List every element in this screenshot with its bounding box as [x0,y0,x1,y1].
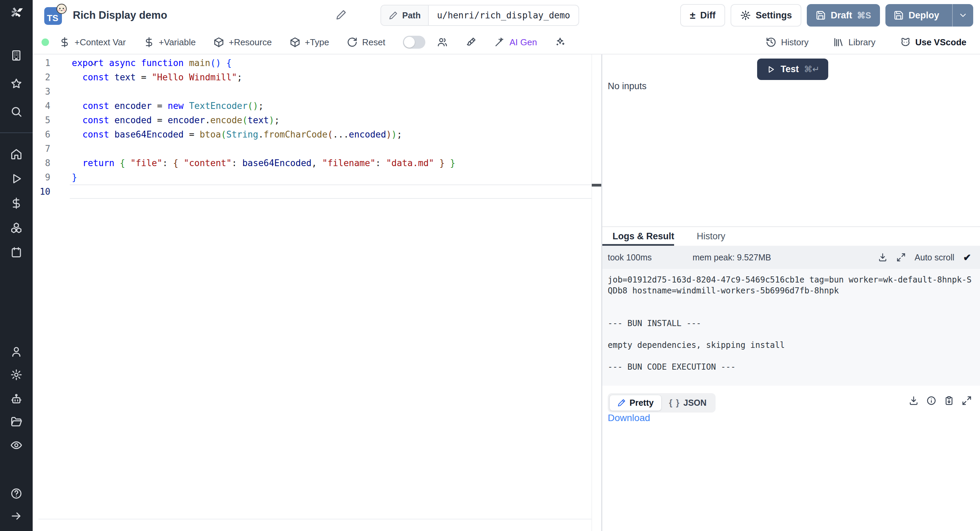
search-icon[interactable] [10,105,22,119]
pretty-toggle[interactable]: Pretty [609,395,662,411]
code-line[interactable]: const text = "Hello Windmill"; [72,70,590,85]
diff-mode-toggle[interactable] [403,36,425,49]
settings-button[interactable]: Settings [730,4,802,27]
robot-icon[interactable] [10,393,22,407]
ai-gen-button[interactable]: AI Gen [494,37,537,48]
diff-button[interactable]: ± Diff [680,4,725,27]
add-context-var-button[interactable]: +Context Var [59,37,126,48]
pencil-icon [388,11,398,20]
info-icon[interactable] [926,395,937,406]
app-sidebar [0,0,33,531]
path-field[interactable]: Path u/henri/rich_display_demo [380,5,579,26]
play-icon [766,65,775,74]
path-value: u/henri/rich_display_demo [429,5,578,25]
code-line[interactable]: const base64Encoded = btoa(String.fromCh… [72,127,590,142]
code-line[interactable] [72,185,590,199]
run-panel: Test ⌘↵ No inputs Logs & Result History … [602,54,980,531]
dollar-icon [59,37,70,48]
expand-result-icon[interactable] [962,395,972,406]
deploy-button[interactable]: Deploy [885,4,973,27]
code-editor[interactable]: 12345678910 export async function main()… [33,54,601,531]
arrow-right-icon[interactable] [10,510,22,523]
home-icon[interactable] [10,148,22,162]
code-line[interactable]: const encoder = new TextEncoder(); [72,99,590,113]
gear-icon [740,10,751,21]
building-icon[interactable] [10,49,22,63]
save-icon [894,10,904,21]
code-lines[interactable]: export async function main() { const tex… [72,56,590,199]
refresh-icon [347,37,358,48]
tab-logs-result[interactable]: Logs & Result [612,231,675,242]
editor-scrollbar-line [38,519,592,520]
json-toggle[interactable]: { } JSON [662,395,714,410]
download-logs-icon[interactable] [878,253,888,262]
mem-peak-label: mem peak: 9.527MB [692,253,771,262]
gear-icon[interactable] [10,368,22,382]
run-stats-bar: took 100ms mem peak: 9.527MB Auto scroll… [602,246,980,269]
line-number: 9 [33,170,50,185]
tab-history[interactable]: History [697,231,725,242]
result-view-switch: Pretty { } JSON [608,393,716,413]
expand-logs-icon[interactable] [896,253,906,262]
windmill-logo-icon[interactable] [8,5,24,21]
chevron-down-icon [958,11,968,20]
add-variable-button[interactable]: +Variable [143,37,196,48]
header-actions: ± Diff Settings Draft ⌘S Deploy [680,4,973,27]
copy-clipboard-icon[interactable] [944,395,954,406]
code-line[interactable]: const encoded = encoder.encode(text); [72,113,590,127]
test-button[interactable]: Test ⌘↵ [757,59,828,80]
multiplayer-users-icon[interactable] [437,37,448,48]
duration-label: took 100ms [608,253,652,262]
library-button[interactable]: Library [833,37,875,48]
test-shortcut: ⌘↵ [804,64,820,74]
bun-emoji-icon [56,3,67,14]
sidebar-divider [0,132,33,133]
logs-output: job=01912d75-163d-8204-47c9-5469c516cb1e… [602,269,980,386]
code-line[interactable]: return { "file": { "content": base64Enco… [72,156,590,170]
add-type-button[interactable]: +Type [290,37,329,48]
status-green-dot [41,38,49,46]
history-button[interactable]: History [765,37,808,48]
code-line[interactable] [72,142,590,156]
result-tabs: Logs & Result History [602,227,980,246]
script-language-badge: TS [44,5,67,27]
user-icon[interactable] [10,346,22,359]
package-icon [290,37,301,48]
overview-ruler [592,54,592,531]
line-number: 10 [33,185,50,199]
download-result-link[interactable]: Download [608,413,650,423]
cat-icon [900,37,911,48]
path-label: Path [402,11,421,21]
code-line[interactable]: export async function main() { [72,56,590,70]
help-icon[interactable] [10,488,22,501]
format-brush-icon[interactable] [466,37,476,48]
star-icon[interactable] [10,78,22,91]
cubes-icon[interactable] [10,222,22,235]
calendar-icon[interactable] [10,246,22,260]
add-resource-button[interactable]: +Resource [213,37,272,48]
line-number: 7 [33,142,50,156]
line-number-gutter: 12345678910 [33,56,50,199]
overview-ruler-cursor-mark [592,184,601,187]
eye-icon[interactable] [10,439,22,453]
line-number: 4 [33,99,50,113]
page-title: Rich Display demo [73,9,167,21]
reset-button[interactable]: Reset [347,37,385,48]
library-icon [833,37,844,48]
draft-button[interactable]: Draft ⌘S [807,4,880,27]
deploy-dropdown-button[interactable] [952,4,973,27]
code-line[interactable]: } [72,170,590,185]
download-result-icon[interactable] [908,395,919,406]
use-vscode-button[interactable]: Use VScode [900,37,966,48]
dollar-icon [143,37,154,48]
plus-minus-icon: ± [690,10,695,21]
check-icon[interactable]: ✔ [963,252,971,263]
logs-text: job=01912d75-163d-8204-47c9-5469c516cb1e… [608,274,972,372]
draft-shortcut: ⌘S [857,11,871,21]
folder-open-icon[interactable] [10,416,22,430]
dollar-icon[interactable] [10,197,22,211]
code-line[interactable] [72,85,590,99]
edit-summary-pencil-icon[interactable] [336,9,347,22]
sparkles-icon[interactable] [555,37,566,48]
play-icon[interactable] [10,172,22,186]
